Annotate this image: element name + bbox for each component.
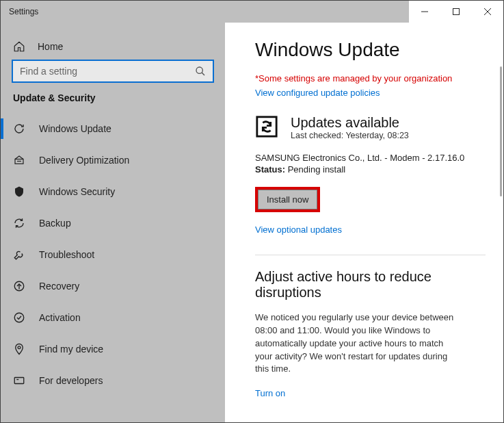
last-checked: Last checked: Yesterday, 08:23 (291, 131, 409, 140)
active-hours-title: Adjust active hours to reduce disruption… (255, 269, 486, 300)
sidebar-item-label: Find my device (39, 344, 103, 355)
sidebar: Home Update & Security Windows Update De… (1, 23, 225, 422)
update-status-line: Status: Pending install (255, 164, 486, 175)
find-icon (13, 343, 25, 355)
nav-list: Windows Update Delivery Optimization Win… (1, 113, 225, 396)
troubleshoot-icon (13, 248, 25, 261)
install-now-button[interactable]: Install now (258, 190, 317, 209)
policy-link[interactable]: View configured update policies (255, 88, 380, 98)
scrollbar[interactable] (500, 66, 502, 196)
home-button[interactable]: Home (1, 34, 225, 60)
minimize-button[interactable] (409, 1, 440, 23)
sidebar-item-label: Windows Security (39, 186, 115, 197)
sidebar-item-activation[interactable]: Activation (1, 302, 225, 333)
active-hours-body: We noticed you regularly use your device… (255, 311, 460, 376)
divider (255, 255, 486, 255)
sidebar-item-label: For developers (39, 375, 103, 386)
backup-icon (13, 217, 25, 229)
update-device-line: SAMSUNG Electronics Co., Ltd. - Modem - … (255, 153, 486, 163)
delivery-icon (13, 154, 25, 166)
sidebar-item-recovery[interactable]: Recovery (1, 270, 225, 302)
home-label: Home (38, 41, 63, 52)
search-field[interactable] (20, 66, 195, 77)
search-input[interactable] (12, 60, 214, 83)
svg-point-4 (196, 67, 202, 73)
titlebar: Settings (1, 1, 503, 23)
sidebar-item-label: Recovery (39, 281, 79, 292)
policy-notice: *Some settings are managed by your organ… (255, 73, 486, 84)
window-title: Settings (9, 7, 409, 16)
svg-line-5 (202, 73, 204, 75)
svg-rect-12 (14, 378, 24, 384)
main-content: Windows Update *Some settings are manage… (225, 23, 503, 422)
sidebar-item-backup[interactable]: Backup (1, 207, 225, 239)
sidebar-item-windows-update[interactable]: Windows Update (1, 113, 225, 144)
sidebar-item-label: Troubleshoot (39, 249, 94, 260)
sidebar-item-label: Windows Update (39, 123, 111, 134)
svg-point-11 (18, 346, 21, 349)
update-status-header: Updates available Last checked: Yesterda… (255, 115, 486, 140)
sync-icon (255, 115, 278, 138)
svg-point-10 (14, 313, 24, 322)
sidebar-item-for-developers[interactable]: For developers (1, 365, 225, 396)
search-icon (195, 66, 206, 77)
optional-updates-link[interactable]: View optional updates (255, 225, 342, 235)
svg-rect-1 (453, 9, 460, 15)
sidebar-item-label: Activation (39, 312, 81, 323)
window-controls (409, 1, 503, 23)
updates-heading: Updates available (291, 115, 409, 131)
sidebar-item-label: Delivery Optimization (39, 155, 129, 166)
install-now-highlight: Install now (255, 187, 320, 212)
maximize-button[interactable] (440, 1, 472, 23)
turn-on-link[interactable]: Turn on (255, 388, 285, 398)
sidebar-item-troubleshoot[interactable]: Troubleshoot (1, 239, 225, 270)
category-header: Update & Security (1, 92, 225, 113)
developers-icon (13, 374, 25, 387)
refresh-icon (13, 123, 25, 135)
activation-icon (13, 311, 25, 324)
recovery-icon (13, 280, 25, 292)
sidebar-item-find-my-device[interactable]: Find my device (1, 333, 225, 365)
page-title: Windows Update (255, 39, 486, 61)
home-icon (13, 40, 25, 53)
close-button[interactable] (472, 1, 503, 23)
sidebar-item-delivery-optimization[interactable]: Delivery Optimization (1, 144, 225, 176)
sidebar-item-label: Backup (39, 218, 71, 229)
sidebar-item-windows-security[interactable]: Windows Security (1, 176, 225, 207)
shield-icon (13, 185, 25, 198)
